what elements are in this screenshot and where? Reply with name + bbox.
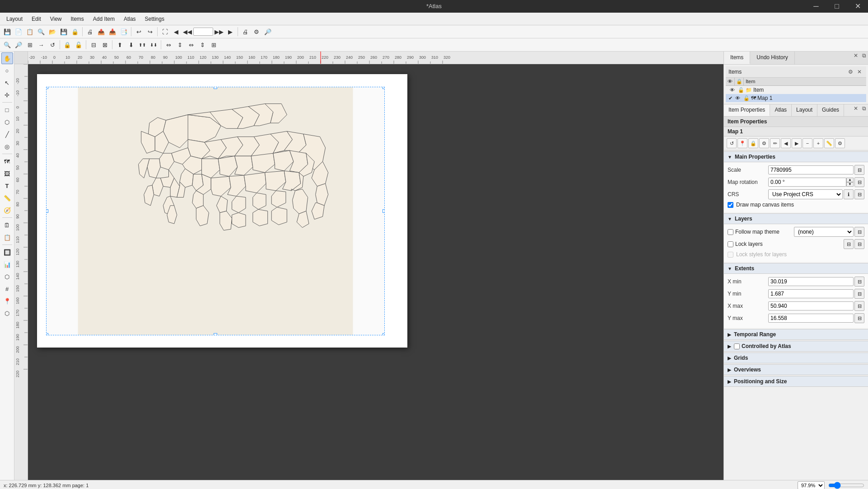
lt-add-polygon2[interactable]: ⬡ bbox=[1, 307, 13, 319]
lt-add-line[interactable]: ╱ bbox=[1, 128, 13, 140]
xmin-atlas-btn[interactable]: ⊟ bbox=[854, 277, 864, 287]
prop-forward[interactable]: ▶ bbox=[792, 138, 802, 148]
menu-edit[interactable]: Edit bbox=[27, 14, 46, 24]
tb2-ungroup[interactable]: ⊠ bbox=[99, 39, 110, 50]
crs-info-btn[interactable]: ℹ bbox=[844, 189, 854, 199]
overviews-header[interactable]: ▶ Overviews bbox=[724, 364, 868, 375]
tb-open-folder[interactable]: 📂 bbox=[47, 26, 58, 37]
lt-add-elevation[interactable]: 📊 bbox=[1, 259, 13, 270]
tb2-distribute[interactable]: ⇕ bbox=[197, 39, 208, 50]
map-rotation-up[interactable]: ▲ bbox=[846, 178, 854, 182]
follow-theme-select[interactable]: (none) bbox=[794, 227, 854, 237]
tb2-raise[interactable]: ⬆ bbox=[114, 39, 125, 50]
lt-add-table[interactable]: 🗓 bbox=[1, 219, 13, 231]
tb-new[interactable]: 📋 bbox=[24, 26, 35, 37]
tb2-zoom-out[interactable]: 🔎 bbox=[13, 39, 24, 50]
tb2-group[interactable]: ⊟ bbox=[88, 39, 99, 50]
tab-undo-history[interactable]: Undo History bbox=[750, 52, 794, 64]
positioning-header[interactable]: ▶ Positioning and Size bbox=[724, 376, 868, 387]
lt-add-picture[interactable]: 🖼 bbox=[1, 168, 13, 179]
tb-redo[interactable]: ↪ bbox=[145, 26, 155, 37]
prop-settings[interactable]: ⚙ bbox=[835, 138, 845, 148]
map-rotation-atlas-btn[interactable]: ⊟ bbox=[854, 177, 864, 187]
tb-open[interactable]: 📄 bbox=[13, 26, 24, 37]
panel-float-btn[interactable]: ⧉ bbox=[860, 52, 868, 60]
lock-layers-btn1[interactable]: ⊟ bbox=[844, 239, 854, 249]
crs-atlas-btn[interactable]: ⊟ bbox=[854, 189, 864, 199]
props-float-btn[interactable]: ⧉ bbox=[860, 104, 868, 113]
prop-lock[interactable]: 🔒 bbox=[748, 138, 758, 148]
panel-close-btn[interactable]: ✕ bbox=[852, 52, 860, 60]
prop-refresh[interactable]: ↺ bbox=[727, 138, 737, 148]
map-frame[interactable] bbox=[46, 87, 385, 335]
handle-tl[interactable] bbox=[46, 87, 48, 89]
props-close-btn[interactable]: ✕ bbox=[852, 104, 860, 113]
temporal-range-header[interactable]: ▶ Temporal Range bbox=[724, 329, 868, 340]
ymin-input[interactable] bbox=[768, 289, 854, 298]
handle-bl[interactable] bbox=[46, 333, 48, 335]
tb-zoom-full[interactable]: ⛶ bbox=[159, 26, 170, 37]
tb-next[interactable]: ▶ bbox=[225, 26, 236, 37]
item-lock-icon[interactable]: 🔓 bbox=[737, 87, 746, 93]
menu-settings[interactable]: Settings bbox=[140, 14, 169, 24]
tb-export[interactable]: 📤 bbox=[96, 26, 107, 37]
tb2-resize[interactable]: ⊞ bbox=[208, 39, 219, 50]
lt-add-fixed-table[interactable]: ⬡ bbox=[1, 271, 13, 282]
tb-print2[interactable]: 🖨 bbox=[240, 26, 251, 37]
tb2-refresh[interactable]: ↺ bbox=[47, 39, 58, 50]
tb2-raise-top[interactable]: ⬆⬆ bbox=[137, 39, 148, 50]
prop-back[interactable]: ◀ bbox=[781, 138, 791, 148]
lt-add-point[interactable]: 📍 bbox=[1, 295, 13, 307]
props-tab-guides[interactable]: Guides bbox=[817, 104, 844, 116]
map1-eye-icon[interactable]: 👁 bbox=[733, 95, 742, 101]
ymin-atlas-btn[interactable]: ⊟ bbox=[854, 289, 864, 299]
item-eye-icon[interactable]: 👁 bbox=[728, 87, 737, 93]
tb-prev[interactable]: ◀ bbox=[171, 26, 182, 37]
lt-add-ellipse[interactable]: ◎ bbox=[1, 141, 13, 152]
menu-layout[interactable]: Layout bbox=[2, 14, 27, 24]
follow-theme-checkbox[interactable] bbox=[728, 229, 733, 235]
close-button[interactable]: ✕ bbox=[847, 0, 868, 13]
draw-canvas-checkbox[interactable] bbox=[728, 202, 733, 208]
prop-measure[interactable]: 📏 bbox=[824, 138, 834, 148]
lt-add-polygon[interactable]: ⬡ bbox=[1, 116, 13, 128]
canvas-wrapper[interactable]: -20 -10 0 10 20 30 40 50 60 bbox=[14, 52, 723, 480]
items-close-btn[interactable]: ✕ bbox=[855, 68, 863, 76]
ymax-input[interactable] bbox=[768, 314, 854, 323]
tab-items[interactable]: Items bbox=[724, 52, 750, 64]
tb-search[interactable]: 🔍 bbox=[36, 26, 47, 37]
tb-next-item[interactable]: ▶▶ bbox=[214, 26, 224, 37]
tb-undo[interactable]: ↩ bbox=[133, 26, 144, 37]
follow-theme-atlas-btn[interactable]: ⊟ bbox=[854, 227, 864, 237]
lt-add-page-num[interactable]: # bbox=[1, 283, 13, 295]
lock-layers-checkbox[interactable] bbox=[728, 241, 733, 247]
lt-add-label[interactable]: T bbox=[1, 180, 13, 192]
items-row-map1[interactable]: ✔ 👁 🔓 🗺 Map 1 bbox=[726, 94, 866, 102]
lt-select[interactable]: ○ bbox=[1, 65, 13, 76]
tb2-lock[interactable]: 🔒 bbox=[62, 39, 73, 50]
tb2-lower[interactable]: ⬇ bbox=[126, 39, 136, 50]
props-tab-atlas[interactable]: Atlas bbox=[770, 104, 792, 116]
tb2-zoom-in[interactable]: 🔍 bbox=[2, 39, 13, 50]
menu-view[interactable]: View bbox=[46, 14, 66, 24]
zoom-slider[interactable] bbox=[828, 482, 864, 489]
map-rotation-down[interactable]: ▼ bbox=[846, 182, 854, 187]
xmin-input[interactable] bbox=[768, 277, 854, 286]
tb-save-as[interactable]: 💾 bbox=[58, 26, 69, 37]
props-tab-layout[interactable]: Layout bbox=[792, 104, 817, 116]
page-input[interactable]: 1 bbox=[195, 28, 211, 35]
controlled-atlas-checkbox[interactable] bbox=[734, 343, 740, 349]
menu-atlas[interactable]: Atlas bbox=[119, 14, 140, 24]
scale-atlas-btn[interactable]: ⊟ bbox=[854, 165, 864, 175]
tb-settings[interactable]: ⚙ bbox=[251, 26, 262, 37]
lt-add-north[interactable]: 🧭 bbox=[1, 204, 13, 216]
extents-header[interactable]: ▼ Extents bbox=[724, 263, 868, 274]
handle-tr[interactable] bbox=[383, 87, 385, 89]
prop-extent[interactable]: 📍 bbox=[737, 138, 747, 148]
menu-items[interactable]: Items bbox=[66, 14, 89, 24]
handle-tm[interactable] bbox=[214, 87, 217, 89]
props-tab-item-properties[interactable]: Item Properties bbox=[724, 104, 770, 116]
layers-header[interactable]: ▼ Layers bbox=[724, 213, 868, 224]
tb-export3[interactable]: 📑 bbox=[118, 26, 129, 37]
map1-lock-icon[interactable]: 🔓 bbox=[742, 95, 751, 101]
